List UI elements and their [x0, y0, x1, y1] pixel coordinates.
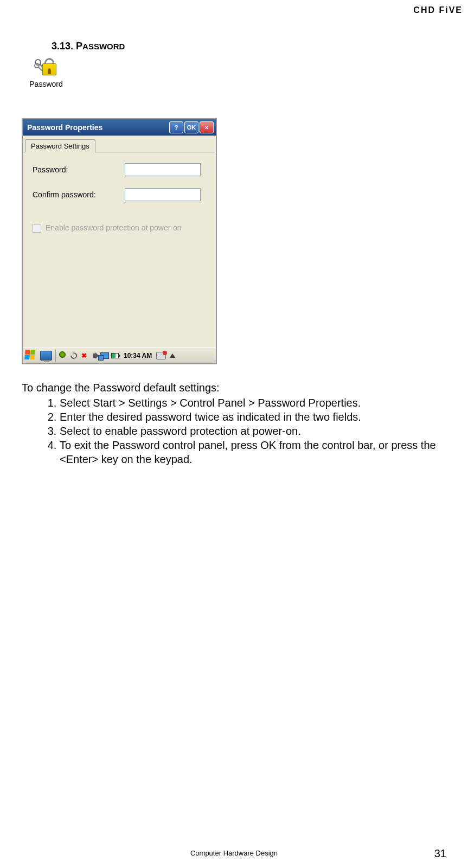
- help-button[interactable]: ?: [169, 121, 183, 133]
- keyboard-icon[interactable]: [156, 352, 166, 359]
- tray-icons: ✖: [59, 351, 119, 360]
- close-button[interactable]: ×: [200, 121, 214, 133]
- instruction-item: To exit the Password control panel, pres…: [60, 438, 446, 466]
- instructions-intro: To change the Password default settings:: [22, 381, 446, 395]
- instruction-item: Enter the desired password twice as indi…: [60, 410, 446, 424]
- enable-protection-row: Enable password protection at power-on: [33, 223, 206, 233]
- padlock-icon: [42, 63, 56, 75]
- password-icon-block: Password: [27, 55, 65, 88]
- section-heading: 3.13. PASSWORD: [52, 41, 446, 52]
- password-label: Password:: [33, 165, 125, 174]
- windows-flag-icon: [24, 350, 35, 359]
- section-title-rest: ASSWORD: [82, 42, 125, 51]
- up-arrow-icon[interactable]: [168, 351, 177, 360]
- header-brand: CHD FiVE: [413, 5, 463, 15]
- taskbar-clock[interactable]: 10:34 AM: [124, 352, 152, 359]
- tray-divider: [55, 350, 56, 362]
- tab-password-settings[interactable]: Password Settings: [25, 139, 95, 152]
- tab-row: Password Settings: [23, 136, 216, 152]
- password-properties-dialog: Password Properties ? OK × Password Sett…: [22, 118, 217, 364]
- enable-protection-label: Enable password protection at power-on: [46, 223, 182, 233]
- lock-keys-icon: [35, 55, 57, 78]
- tab-panel: Password: Confirm password: Enable passw…: [24, 152, 215, 347]
- refresh-icon[interactable]: [69, 351, 78, 360]
- ok-button[interactable]: OK: [184, 121, 198, 133]
- instructions: To change the Password default settings:…: [22, 381, 446, 466]
- taskbar: ✖ 10:34 AM: [23, 347, 216, 363]
- instruction-item: Select Start > Settings > Control Panel …: [60, 396, 446, 410]
- desktop-icon[interactable]: [40, 351, 52, 361]
- password-input[interactable]: [125, 163, 201, 176]
- confirm-password-label: Confirm password:: [33, 190, 125, 199]
- footer-text: Computer Hardware Design: [0, 849, 468, 857]
- page-number: 31: [434, 847, 446, 860]
- instructions-list: Select Start > Settings > Control Panel …: [22, 396, 446, 466]
- confirm-password-row: Confirm password:: [33, 188, 206, 201]
- error-icon[interactable]: ✖: [80, 351, 88, 360]
- password-row: Password:: [33, 163, 206, 176]
- speaker-icon[interactable]: [90, 351, 99, 360]
- battery-icon[interactable]: [111, 351, 119, 360]
- start-button[interactable]: [25, 350, 38, 362]
- svg-point-2: [35, 63, 39, 68]
- dialog-titlebar: Password Properties ? OK ×: [23, 119, 216, 136]
- password-icon-label: Password: [27, 80, 65, 88]
- instruction-item: Select to enable password protection at …: [60, 424, 446, 438]
- network-icon[interactable]: [100, 352, 109, 359]
- sync-icon[interactable]: [59, 351, 68, 360]
- section-number: 3.13.: [52, 41, 76, 52]
- dialog-title: Password Properties: [25, 123, 168, 132]
- enable-protection-checkbox[interactable]: [33, 224, 41, 233]
- confirm-password-input[interactable]: [125, 188, 201, 201]
- section-title-p: P: [76, 41, 82, 52]
